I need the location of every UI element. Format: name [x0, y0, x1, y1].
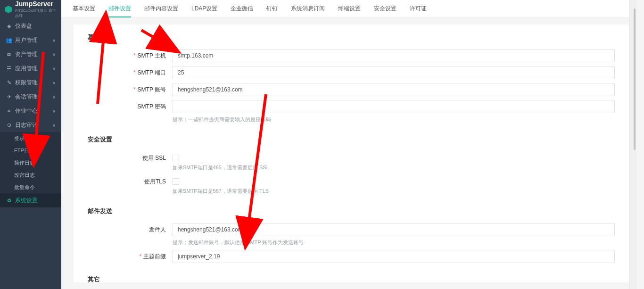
subnav-op-log[interactable]: 操作日志	[0, 157, 61, 169]
tabbar: 基本设置 邮件设置 邮件内容设置 LDAP设置 企业微信 钉钉 系统消息订阅 终…	[61, 0, 636, 18]
hint-sender: 提示：发送邮件账号，默认使用 SMTP 账号作为发送账号	[173, 239, 615, 246]
subnav-ftp-log[interactable]: FTP日志	[0, 144, 61, 157]
nav-audits[interactable]: ⊙日志审计∧	[0, 118, 61, 132]
chevron-up-icon: ∧	[52, 123, 56, 128]
row-sender: 发件人 提示：发送邮件账号，默认使用 SMTP 账号作为发送账号	[88, 223, 615, 246]
label-smtp-account: SMTP 账号	[138, 86, 166, 93]
scrollbar-thumb[interactable]	[634, 8, 636, 150]
section-security-title: 安全设置	[88, 127, 615, 148]
jobs-icon: ⌗	[6, 108, 12, 114]
section-other-title: 其它	[88, 267, 615, 282]
tab-dingtalk[interactable]: 钉钉	[260, 0, 284, 17]
input-sender[interactable]	[173, 223, 615, 236]
label-sender: 发件人	[149, 226, 166, 233]
section-send-title: 邮件发送	[88, 198, 615, 219]
section-basic-title: 基本信息	[88, 25, 615, 45]
nav-dashboard[interactable]: ◈仪表盘	[0, 19, 61, 33]
chevron-down-icon: ∨	[52, 94, 56, 99]
tab-security[interactable]: 安全设置	[367, 0, 403, 17]
tab-basic[interactable]: 基本设置	[66, 0, 102, 17]
row-smtp-port: *SMTP 端口	[88, 66, 615, 79]
subnav-pwd-log[interactable]: 改密日志	[0, 169, 61, 181]
row-use-tls: 使用TLS 如果SMTP端口是587，通常需要启用 TLS	[88, 175, 615, 195]
tab-email[interactable]: 邮件设置	[102, 0, 138, 17]
nav-users[interactable]: 👥用户管理∨	[0, 33, 61, 47]
tab-email-content[interactable]: 邮件内容设置	[138, 0, 185, 17]
hint-use-ssl: 如果SMTP端口是465，通常需要启用 SSL	[173, 164, 615, 171]
input-smtp-port[interactable]	[173, 66, 615, 79]
nav-settings[interactable]: ✿系统设置	[0, 193, 61, 207]
input-smtp-host[interactable]	[173, 49, 615, 62]
outer-scrollbar[interactable]	[629, 0, 636, 289]
nav-apps[interactable]: ☰应用管理∨	[0, 61, 61, 75]
chevron-down-icon: ∨	[52, 38, 56, 43]
checkbox-use-ssl[interactable]	[173, 155, 179, 161]
chevron-down-icon: ∨	[52, 52, 56, 57]
label-use-ssl: 使用 SSL	[142, 155, 166, 161]
tab-wechat[interactable]: 企业微信	[224, 0, 260, 17]
chevron-down-icon: ∨	[52, 66, 56, 71]
main: 基本设置 邮件设置 邮件内容设置 LDAP设置 企业微信 钉钉 系统消息订阅 终…	[61, 0, 636, 289]
tab-ldap[interactable]: LDAP设置	[185, 0, 224, 17]
row-smtp-password: SMTP 密码 提示：一些邮件提供商需要输入的是授权码	[88, 100, 615, 123]
nav-assets[interactable]: ⧉资产管理∨	[0, 47, 61, 61]
apps-icon: ☰	[6, 66, 12, 72]
input-smtp-password[interactable]	[173, 100, 615, 113]
label-smtp-password: SMTP 密码	[138, 103, 166, 110]
row-use-ssl: 使用 SSL 如果SMTP端口是465，通常需要启用 SSL	[88, 151, 615, 171]
audits-subnav: 登录日志 FTP日志 操作日志 改密日志 批量命令	[0, 132, 61, 193]
logo-text: JumpServer	[15, 0, 58, 7]
audits-icon: ⊙	[6, 122, 12, 128]
checkbox-use-tls[interactable]	[173, 178, 179, 185]
hint-smtp-password: 提示：一些邮件提供商需要输入的是授权码	[173, 116, 615, 123]
nav-perms[interactable]: ✎权限管理∨	[0, 75, 61, 90]
label-smtp-port: SMTP 端口	[138, 69, 166, 76]
input-smtp-account[interactable]	[173, 83, 615, 96]
hint-use-tls: 如果SMTP端口是587，通常需要启用 TLS	[173, 188, 615, 195]
logo-subtitle: FIT2CLOUD飞致云 旗下品牌	[15, 8, 58, 18]
input-subject-prefix[interactable]	[173, 250, 615, 263]
dashboard-icon: ◈	[6, 23, 12, 29]
tab-sysmsg[interactable]: 系统消息订阅	[284, 0, 331, 17]
chevron-down-icon: ∨	[52, 108, 56, 114]
tab-license[interactable]: 许可证	[403, 0, 433, 17]
sidebar-header: JumpServer FIT2CLOUD飞致云 旗下品牌	[0, 0, 61, 19]
label-subject-prefix: 主题前缀	[143, 253, 166, 260]
row-smtp-account: *SMTP 账号	[88, 83, 615, 96]
sessions-icon: ✈	[6, 94, 12, 100]
users-icon: 👥	[6, 37, 12, 43]
logo-icon	[4, 5, 13, 14]
tab-terminal[interactable]: 终端设置	[331, 0, 367, 17]
row-smtp-host: *SMTP 主机	[88, 49, 615, 62]
nav-sessions[interactable]: ✈会话管理∨	[0, 90, 61, 104]
label-use-tls: 使用TLS	[144, 178, 166, 185]
chevron-down-icon: ∨	[52, 80, 56, 85]
subnav-batch-cmd[interactable]: 批量命令	[0, 181, 61, 193]
nav-jobs[interactable]: ⌗作业中心∨	[0, 104, 61, 118]
content-panel: 基本信息 *SMTP 主机 *SMTP 端口 *SMTP 账号 SMTP 密码 …	[74, 25, 629, 282]
sidebar-nav: ◈仪表盘 👥用户管理∨ ⧉资产管理∨ ☰应用管理∨ ✎权限管理∨ ✈会话管理∨ …	[0, 19, 61, 207]
sidebar: JumpServer FIT2CLOUD飞致云 旗下品牌 ◈仪表盘 👥用户管理∨…	[0, 0, 61, 289]
row-subject-prefix: *主题前缀	[88, 250, 615, 263]
perms-icon: ✎	[6, 80, 12, 86]
assets-icon: ⧉	[6, 51, 12, 58]
settings-icon: ✿	[6, 198, 12, 204]
label-smtp-host: SMTP 主机	[138, 52, 166, 59]
subnav-login-log[interactable]: 登录日志	[0, 132, 61, 144]
